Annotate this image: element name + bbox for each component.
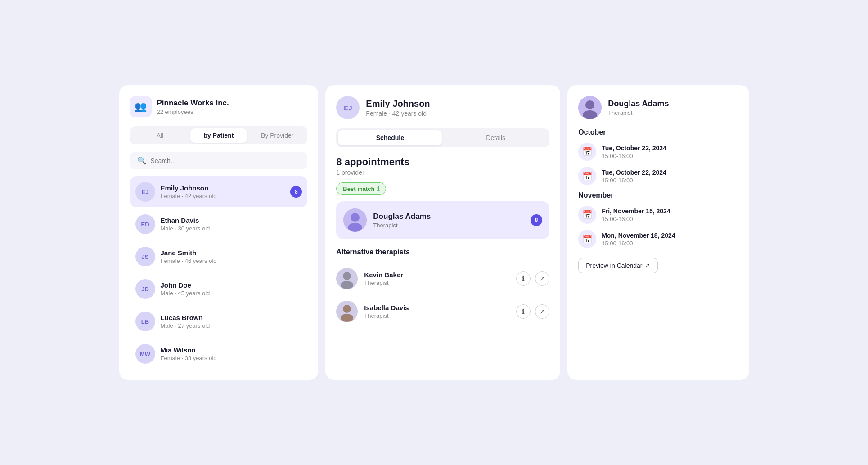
- tab-all[interactable]: All: [132, 128, 189, 143]
- patient-info: Jane Smith Female · 46 years old: [161, 249, 302, 264]
- patient-name: Lucas Brown: [161, 314, 302, 321]
- svg-point-11: [583, 110, 597, 119]
- slot-time: 15:00-16:00: [602, 240, 675, 247]
- external-link-icon: ↗: [645, 262, 650, 269]
- list-item[interactable]: JS Jane Smith Female · 46 years old: [130, 241, 308, 272]
- november-title: November: [578, 191, 738, 199]
- avatar: LB: [135, 312, 155, 331]
- schedule-tab-bar: Schedule Details: [336, 128, 549, 147]
- app-container: 👥 Pinnacle Works Inc. 22 employees All b…: [119, 85, 749, 380]
- alt-provider-name: Kevin Baker: [364, 271, 510, 279]
- patient-name: Jane Smith: [161, 249, 302, 257]
- best-match-label: Best match: [343, 185, 374, 192]
- right-panel: Douglas Adams Therapist October 📅 Tue, O…: [567, 85, 749, 380]
- list-item[interactable]: EJ Emily Johnson Female · 42 years old 8: [130, 176, 308, 207]
- svg-point-1: [351, 213, 360, 222]
- patient-info: Ethan Davis Male · 30 years old: [161, 217, 302, 232]
- patient-sub: Female · 46 years old: [161, 257, 302, 264]
- therapist-role: Therapist: [608, 109, 669, 116]
- october-title: October: [578, 128, 738, 136]
- tab-by-patient[interactable]: by Patient: [190, 128, 247, 143]
- slot-date: Tue, October 22, 2024: [602, 144, 666, 152]
- provider-count: 1 provider: [336, 169, 549, 176]
- provider-name: Douglas Adams: [373, 212, 524, 221]
- slot-date: Fri, November 15, 2024: [602, 208, 670, 215]
- list-item[interactable]: ED Ethan Davis Male · 30 years old: [130, 209, 308, 239]
- search-icon: 🔍: [137, 156, 146, 165]
- svg-point-7: [343, 305, 351, 313]
- info-icon: ℹ: [377, 185, 379, 192]
- svg-point-2: [348, 223, 362, 232]
- external-link-button[interactable]: ↗: [535, 304, 549, 319]
- alt-provider-info: Isabella Davis Therapist: [364, 304, 510, 319]
- patient-header-sub: Female · 42 years old: [366, 110, 430, 117]
- avatar: MW: [135, 344, 155, 364]
- avatar: ED: [135, 214, 155, 234]
- calendar-icon: 📅: [578, 167, 596, 185]
- svg-point-5: [341, 281, 353, 289]
- best-match-badge: Best match ℹ: [336, 182, 386, 195]
- patient-sub: Female · 33 years old: [161, 355, 302, 361]
- preview-calendar-button[interactable]: Preview in Calendar ↗: [578, 258, 658, 273]
- tab-details[interactable]: Details: [444, 130, 548, 145]
- alt-provider-actions: ℹ ↗: [516, 271, 549, 286]
- patient-info: Emily Johnson Female · 42 years old: [161, 184, 285, 199]
- appointment-slot: 📅 Tue, October 22, 2024 15:00-16:00: [578, 143, 738, 161]
- slot-date: Mon, November 18, 2024: [602, 232, 675, 239]
- avatar: JS: [135, 247, 155, 266]
- alt-provider-role: Therapist: [364, 312, 510, 319]
- list-item[interactable]: MW Mia Wilson Female · 33 years old: [130, 339, 308, 369]
- slot-date: Tue, October 22, 2024: [602, 169, 666, 176]
- left-panel: 👥 Pinnacle Works Inc. 22 employees All b…: [119, 85, 319, 380]
- alt-provider-photo: [336, 301, 358, 322]
- appointment-badge: 8: [290, 186, 302, 198]
- info-button[interactable]: ℹ: [516, 271, 531, 286]
- patient-info: Lucas Brown Male · 27 years old: [161, 314, 302, 329]
- alt-provider-actions: ℹ ↗: [516, 304, 549, 319]
- org-icon: 👥: [130, 96, 152, 117]
- provider-card[interactable]: Douglas Adams Therapist 8: [336, 201, 549, 239]
- avatar: JD: [135, 279, 155, 299]
- info-button[interactable]: ℹ: [516, 304, 531, 319]
- alt-provider-role: Therapist: [364, 280, 510, 286]
- provider-photo: [343, 208, 367, 232]
- calendar-icon: 📅: [578, 206, 596, 224]
- therapist-header: Douglas Adams Therapist: [578, 96, 738, 119]
- calendar-icon: 📅: [578, 230, 596, 248]
- alt-provider-photo: [336, 268, 358, 289]
- appointment-slot: 📅 Fri, November 15, 2024 15:00-16:00: [578, 206, 738, 224]
- svg-point-4: [343, 272, 351, 280]
- patient-sub: Male · 45 years old: [161, 290, 302, 297]
- tab-by-provider[interactable]: By Provider: [249, 128, 306, 143]
- appointments-count: 8 appointments: [336, 156, 549, 168]
- external-link-button[interactable]: ↗: [535, 271, 549, 286]
- svg-point-8: [341, 314, 353, 322]
- alt-provider-item: Isabella Davis Therapist ℹ ↗: [336, 295, 549, 328]
- patient-name: John Doe: [161, 281, 302, 289]
- appointment-slot: 📅 Mon, November 18, 2024 15:00-16:00: [578, 230, 738, 248]
- alt-provider-name: Isabella Davis: [364, 304, 510, 312]
- appointment-slot: 📅 Tue, October 22, 2024 15:00-16:00: [578, 167, 738, 185]
- alt-provider-item: Kevin Baker Therapist ℹ ↗: [336, 262, 549, 295]
- patient-sub: Male · 30 years old: [161, 225, 302, 232]
- search-input[interactable]: [151, 157, 301, 164]
- list-item[interactable]: JD John Doe Male · 45 years old: [130, 274, 308, 304]
- patient-list: EJ Emily Johnson Female · 42 years old 8…: [130, 176, 308, 369]
- alternative-title: Alternative therapists: [336, 248, 549, 256]
- slot-time: 15:00-16:00: [602, 216, 670, 222]
- svg-point-10: [585, 100, 594, 109]
- tab-schedule[interactable]: Schedule: [338, 130, 442, 145]
- patient-sub: Female · 42 years old: [161, 193, 285, 199]
- patient-name: Ethan Davis: [161, 217, 302, 224]
- org-name: Pinnacle Works Inc.: [157, 99, 229, 108]
- patient-info: John Doe Male · 45 years old: [161, 281, 302, 297]
- list-item[interactable]: LB Lucas Brown Male · 27 years old: [130, 306, 308, 337]
- filter-tab-bar: All by Patient By Provider: [130, 126, 308, 144]
- org-employees: 22 employees: [157, 108, 229, 115]
- patient-name: Mia Wilson: [161, 346, 302, 354]
- middle-panel: EJ Emily Johnson Female · 42 years old S…: [325, 85, 560, 380]
- search-bar: 🔍: [130, 152, 308, 169]
- patient-avatar-large: EJ: [336, 96, 360, 119]
- provider-badge: 8: [531, 214, 542, 226]
- slot-time: 15:00-16:00: [602, 153, 666, 159]
